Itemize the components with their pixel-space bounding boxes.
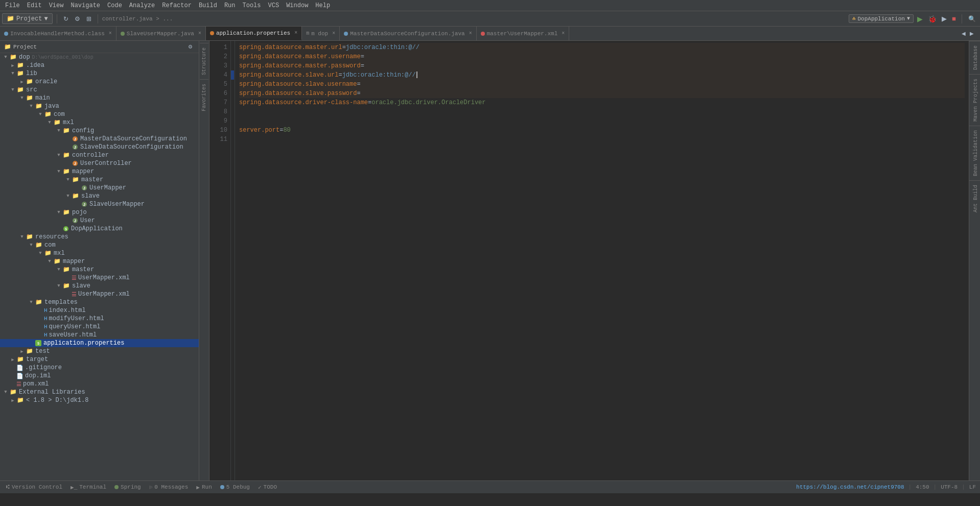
tree-item-lib[interactable]: ▼ 📁 lib: [0, 69, 199, 78]
tab-close-masterconfig[interactable]: ×: [469, 31, 472, 36]
tab-close-usermapper-xml[interactable]: ×: [562, 31, 565, 36]
sidebar-gear[interactable]: ⚙: [186, 43, 195, 51]
menu-edit[interactable]: Edit: [24, 1, 45, 10]
tree-item-user[interactable]: J User: [0, 216, 199, 225]
spring-btn[interactable]: Spring: [112, 484, 143, 491]
tree-item-src[interactable]: ▼ 📁 src: [0, 86, 199, 94]
tree-item-main[interactable]: ▼ 📁 main: [0, 94, 199, 102]
tree-item-target[interactable]: ▶ 📁 target: [0, 355, 199, 364]
messages-btn[interactable]: ⚐ 0 Messages: [147, 484, 191, 491]
tree-item-slaveds[interactable]: J SlaveDataSourceConfiguration: [0, 143, 199, 151]
tree-item-slaveusermapper[interactable]: J SlaveUserMapper: [0, 200, 199, 208]
run-config-dropdown[interactable]: ☘ DopApplication ▼: [849, 14, 914, 23]
tab-invocable[interactable]: InvocableHandlerMethod.class ×: [0, 27, 116, 40]
tree-item-masterds[interactable]: J MasterDataSourceConfiguration: [0, 135, 199, 143]
menu-analyze[interactable]: Analyze: [126, 1, 158, 10]
tabs-scroll-left[interactable]: ◀: [960, 30, 968, 37]
tree-item-res-slave[interactable]: ▼ 📁 slave: [0, 282, 199, 290]
tree-item-templates[interactable]: ▼ 📁 templates: [0, 298, 199, 306]
terminal-btn[interactable]: ▶_ Terminal: [68, 484, 108, 491]
menu-vcs[interactable]: VCS: [265, 1, 283, 10]
tree-arrow-target: ▶: [9, 357, 16, 363]
tree-item-extlibs[interactable]: ▼ 📁 External Libraries: [0, 388, 199, 396]
version-control-btn[interactable]: ⑆ Version Control: [4, 484, 64, 491]
stop-button[interactable]: ■: [950, 14, 958, 23]
tree-item-res-mapper[interactable]: ▼ 📁 mapper: [0, 257, 199, 266]
ant-build-panel-tab[interactable]: Ant Build: [969, 180, 980, 216]
tree-item-pomxml[interactable]: ☰ pom.xml: [0, 380, 199, 388]
menu-refactor[interactable]: Refactor: [159, 1, 195, 10]
maven-projects-panel-tab[interactable]: Maven Projects: [969, 74, 980, 126]
menu-view[interactable]: View: [46, 1, 67, 10]
expand-btn[interactable]: ⊞: [84, 14, 94, 23]
tree-html-icon-modifyuser: H: [44, 316, 48, 322]
tree-item-dopapp[interactable]: S DopApplication: [0, 225, 199, 233]
tab-masterconfig[interactable]: MasterDataSourceConfiguration.java ×: [340, 27, 476, 40]
menu-code[interactable]: Code: [104, 1, 125, 10]
tree-item-pojo[interactable]: ▼ 📁 pojo: [0, 208, 199, 216]
project-dropdown[interactable]: 📁 Project ▼: [2, 13, 53, 24]
tabs-scroll-right[interactable]: ▶: [968, 30, 976, 37]
tree-item-usercontroller[interactable]: J UserController: [0, 159, 199, 167]
tree-item-index-html[interactable]: H index.html: [0, 306, 199, 315]
tree-item-saveuser-html[interactable]: H saveUser.html: [0, 331, 199, 339]
tree-item-modifyuser-html[interactable]: H modifyUser.html: [0, 315, 199, 323]
tree-item-mapper[interactable]: ▼ 📁 mapper: [0, 167, 199, 176]
tree-item-slave-usermapper-xml[interactable]: ☰ UserMapper.xml: [0, 290, 199, 298]
tree-item-config[interactable]: ▼ 📁 config: [0, 127, 199, 135]
tree-item-mapper-master[interactable]: ▼ 📁 master: [0, 176, 199, 184]
menu-window[interactable]: Window: [283, 1, 311, 10]
play-button[interactable]: ▶: [916, 14, 924, 24]
tab-close-dop[interactable]: ×: [332, 31, 335, 36]
tree-item-controller[interactable]: ▼ 📁 controller: [0, 151, 199, 159]
tree-item-appprops-file[interactable]: S application.properties: [0, 339, 199, 347]
bean-validation-panel-tab[interactable]: Bean Validation: [969, 126, 980, 180]
menu-navigate[interactable]: Navigate: [67, 1, 103, 10]
tree-item-dop[interactable]: ▼ 📁 dop D:\wordSpace_001\dop: [0, 53, 199, 61]
tree-item-mapper-slave[interactable]: ▼ 📁 slave: [0, 192, 199, 200]
menu-build[interactable]: Build: [196, 1, 220, 10]
tree-arrow-mapper-master: ▼: [64, 177, 72, 182]
tab-close-invocable[interactable]: ×: [109, 31, 112, 36]
debug-button[interactable]: 🐞: [926, 14, 938, 24]
tree-item-java[interactable]: ▼ 📁 java: [0, 102, 199, 110]
tab-close-slavemapper[interactable]: ×: [198, 31, 201, 36]
tab-close-appprops[interactable]: ×: [294, 30, 297, 36]
menu-tools[interactable]: Tools: [240, 1, 264, 10]
code-content[interactable]: spring.datasource.master.url=jdbc:oracle…: [235, 41, 969, 480]
tree-item-gitignore[interactable]: 📄 .gitignore: [0, 364, 199, 372]
tab-appprops[interactable]: application.properties ×: [206, 27, 302, 40]
tab-dop[interactable]: m m dop ×: [302, 27, 340, 40]
menu-run[interactable]: Run: [221, 1, 239, 10]
tree-item-queryuser-html[interactable]: H queryUser.html: [0, 323, 199, 331]
run-status-btn[interactable]: ▶ Run: [194, 484, 214, 491]
tree-label-slaveusermapper: SlaveUserMapper: [89, 201, 145, 208]
coverage-button[interactable]: ▶: [940, 14, 948, 23]
tree-item-mxl[interactable]: ▼ 📁 mxl: [0, 118, 199, 127]
favorites-panel-tab[interactable]: Favorites: [200, 79, 208, 115]
database-panel-tab[interactable]: Database: [969, 41, 980, 74]
structure-panel-tab[interactable]: Structure: [200, 43, 208, 79]
tree-item-test[interactable]: ▶ 📁 test: [0, 347, 199, 355]
tab-usermapper-xml[interactable]: master\UserMapper.xml ×: [477, 27, 570, 40]
tree-item-resources[interactable]: ▼ 📁 resources: [0, 233, 199, 241]
tree-item-com[interactable]: ▼ 📁 com: [0, 110, 199, 118]
tree-item-res-com[interactable]: ▼ 📁 com: [0, 241, 199, 249]
sync-btn[interactable]: ↻: [61, 14, 71, 23]
menu-file[interactable]: File: [2, 1, 23, 10]
tree-item-usermapper[interactable]: J UserMapper: [0, 184, 199, 192]
tree-item-oracle[interactable]: ▶ 📁 oracle: [0, 78, 199, 86]
tab-icon-invocable: [4, 32, 8, 36]
debug-status-btn[interactable]: 5 Debug: [218, 484, 252, 491]
menu-help[interactable]: Help: [312, 1, 333, 10]
tree-item-idea[interactable]: ▶ 📁 .idea: [0, 61, 199, 69]
tree-item-res-mxl[interactable]: ▼ 📁 mxl: [0, 249, 199, 257]
todo-btn[interactable]: ✓ TODO: [256, 484, 279, 491]
gear-btn[interactable]: ⚙: [73, 14, 82, 23]
tree-item-res-master[interactable]: ▼ 📁 master: [0, 266, 199, 274]
tab-slavemapper[interactable]: SlaveUserMapper.java ×: [116, 27, 206, 40]
tree-item-dopiml[interactable]: 📄 dop.iml: [0, 372, 199, 380]
search-everywhere-btn[interactable]: 🔍: [966, 14, 978, 23]
tree-item-res-usermapper-xml[interactable]: ☰ UserMapper.xml: [0, 274, 199, 282]
tree-item-jdk18[interactable]: ▶ 📁 < 1.8 > D:\jdk1.8: [0, 396, 199, 404]
